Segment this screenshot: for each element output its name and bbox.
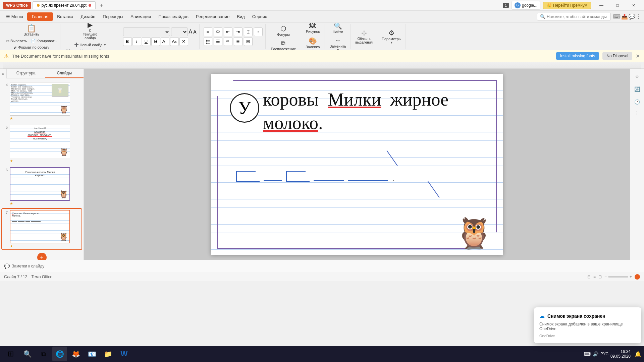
find-button[interactable]: 🔍 Найти (331, 23, 345, 35)
underline-button[interactable]: U (142, 37, 151, 46)
increase-indent-button[interactable]: ⇥ (234, 27, 243, 36)
account-button[interactable]: G google... (512, 1, 540, 10)
slide-thumb-7[interactable]: У коровы Милки жирноемолоко. . � (10, 210, 70, 243)
email-button[interactable]: 📧 (85, 347, 99, 361)
slide-item-5[interactable]: 5 Упр. 3 стр.59 Молоко,Молоко, молочко,м… (2, 124, 82, 164)
bullet-list-button[interactable]: ≡ (204, 27, 212, 36)
align-right-button[interactable]: ⬲ (224, 37, 232, 46)
from-slide-button[interactable]: ▶ С текущего слайда (80, 23, 100, 41)
format-painter-button[interactable]: 🖌 Формат по образу (12, 45, 51, 50)
yandex-button[interactable]: 🦊 (68, 347, 83, 361)
zoom-controls[interactable]: − + (604, 275, 632, 279)
new-slide-button[interactable]: ➕ Новый слайд ▼ (72, 42, 108, 48)
notification-center-icon[interactable]: 🔔 (635, 351, 641, 357)
notification-close-button[interactable]: ✕ (636, 53, 640, 59)
record-button[interactable] (635, 274, 640, 280)
font-shrink-icon[interactable]: A (193, 29, 196, 35)
slide-thumb-6[interactable]: У молоко коровы Милкижирное. 🦉 (10, 167, 70, 201)
menu-item-insert[interactable]: Вставка (54, 13, 76, 20)
install-fonts-button[interactable]: Install missing fonts (556, 52, 599, 60)
arrange-button[interactable]: ⧉ Расположение ▼ (269, 39, 298, 51)
new-tab-button[interactable]: + (97, 1, 106, 10)
tray-icon-2[interactable]: 🔊 (593, 351, 598, 357)
shapes-button[interactable]: ⬡ Фигуры (275, 23, 292, 38)
ribbon-search[interactable]: 🔍 (537, 13, 611, 20)
start-button[interactable]: ⊞ (3, 346, 19, 362)
word-button[interactable]: W (117, 347, 131, 361)
right-panel-btn-2[interactable]: 🔄 (632, 84, 642, 94)
slide-item-4[interactable]: 4 🥛 Белая жидкостьБелая она привлекает.Н… (2, 81, 82, 122)
menu-item-menu[interactable]: ☰ Меню (3, 13, 26, 20)
decrease-indent-button[interactable]: ⇤ (224, 27, 232, 36)
menu-item-review[interactable]: Рецензирование (193, 13, 233, 20)
layout-button[interactable]: Макет ▼ (78, 48, 96, 50)
premium-button[interactable]: 👑 Перейти Премиум (543, 2, 591, 9)
align-left-button[interactable]: ⬱ (204, 37, 212, 46)
maximize-button[interactable]: □ (610, 0, 625, 11)
subscript-button[interactable]: A₋ (161, 37, 169, 46)
view-icon-3[interactable]: ⊡ (598, 275, 602, 279)
file-manager-button[interactable]: 📁 (101, 347, 115, 361)
right-panel-btn-3[interactable]: 🕐 (632, 97, 642, 107)
search-input[interactable] (547, 14, 608, 19)
picture-button[interactable]: 🖼 Рисунок (304, 23, 322, 35)
slide-item-6[interactable]: 6 У молоко коровы Милкижирное. 🦉 ★ (2, 166, 82, 207)
sidebar-collapse-button[interactable]: « (0, 69, 7, 78)
search-taskbar-button[interactable]: 🔍 (20, 347, 35, 361)
menu-item-view[interactable]: Вид (233, 13, 248, 20)
fill-button[interactable]: 🎨 Заливка ▼ (304, 36, 322, 50)
reset-button[interactable]: Сброс (64, 48, 78, 50)
tab-slides[interactable]: Слайды (45, 69, 84, 78)
line-spacing-button[interactable]: ↕ (254, 27, 263, 36)
font-size-select[interactable] (171, 27, 188, 36)
view-icon-2[interactable]: ≡ (593, 275, 596, 279)
strikethrough-button[interactable]: S (151, 37, 160, 46)
right-panel-more-icon[interactable]: ··· (634, 111, 641, 116)
toolbar-icon-2[interactable]: 📤 (621, 13, 628, 20)
menu-item-design[interactable]: Дизайн (77, 13, 99, 20)
lang-indicator[interactable]: РУС (600, 352, 608, 356)
superscript-button[interactable]: Ax (170, 37, 179, 46)
tab-structure[interactable]: Структура (7, 69, 45, 78)
menu-item-service[interactable]: Сервис (249, 13, 271, 20)
document-tab[interactable]: рус.яз презент 29.04.ppt (33, 1, 96, 9)
valign-button[interactable]: ⊟ (244, 37, 253, 46)
font-grow-icon[interactable]: A (189, 29, 193, 35)
zoom-in-icon[interactable]: + (630, 275, 632, 279)
toolbar-icon-3[interactable]: 💬 (629, 13, 635, 20)
toolbar-icon-4[interactable]: ⋮ (636, 13, 641, 20)
no-disposal-button[interactable]: No Disposal (602, 52, 632, 60)
font-family-select[interactable] (123, 27, 170, 36)
right-panel-btn-1[interactable]: ☆ (632, 71, 642, 81)
slide-thumb-5[interactable]: Упр. 3 стр.59 Молоко,Молоко, молочко,мол… (10, 125, 70, 158)
copy-button[interactable]: 📄 Копировать (29, 38, 58, 44)
bold-button[interactable]: B (123, 37, 132, 46)
browser-button[interactable]: 🌐 (52, 347, 67, 361)
tab-close-dot[interactable] (89, 4, 91, 7)
clear-format-button[interactable]: ✕ (179, 37, 188, 46)
close-button[interactable]: ✕ (626, 0, 641, 11)
italic-button[interactable]: I (132, 37, 141, 46)
menu-item-animation[interactable]: Анимация (127, 13, 154, 20)
col-button[interactable]: ⌶ (244, 27, 253, 36)
zoom-out-icon[interactable]: − (604, 275, 607, 279)
cut-button[interactable]: ✂ Вырезать (5, 38, 29, 44)
menu-item-slideshow[interactable]: Показ слайдов (155, 13, 192, 20)
wps-logo[interactable]: WPS Office (3, 2, 31, 9)
slide-thumb-4[interactable]: 🥛 Белая жидкостьБелая она привлекает.На … (10, 82, 70, 116)
params-button[interactable]: ⚙ Параметры ▼ (380, 27, 404, 46)
tray-icon-1[interactable]: ⌨ (584, 351, 591, 357)
toolbar-icon-1[interactable]: ⌨ (613, 13, 621, 20)
justify-button[interactable]: ≣ (234, 37, 243, 46)
paste-button[interactable]: 📋 Вставить (21, 23, 41, 38)
view-icon-1[interactable]: ⊞ (587, 275, 591, 279)
slide-item-7[interactable]: 7 У коровы Милки жирноемолоко. (2, 209, 82, 249)
section-button[interactable]: Раздел ▼ (97, 48, 116, 50)
menu-item-home[interactable]: Главная (27, 12, 53, 21)
notes-label[interactable]: Заметки к слайду (12, 264, 44, 268)
align-center-button[interactable]: ☰ (214, 37, 222, 46)
slide-canvas[interactable]: У коровы Милки жирное молоко. (211, 74, 503, 255)
select-area-button[interactable]: ⊹ Область выделения (354, 27, 374, 46)
clock[interactable]: 16:34 09.05.2020 (610, 349, 631, 359)
numbered-list-button[interactable]: ① (214, 27, 222, 36)
